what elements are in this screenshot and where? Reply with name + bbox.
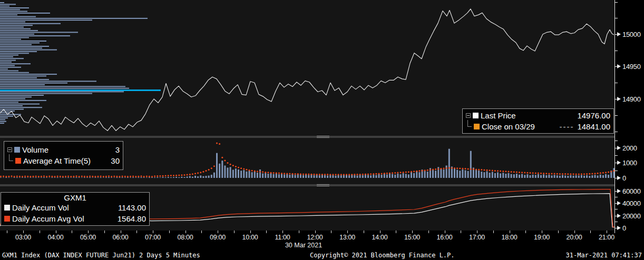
x-axis-date-label: 30 Mar 2021 [285,242,322,249]
x-axis-label: 12:00 [307,234,323,241]
axis-arrow-icon [617,214,621,218]
x-axis-tick [56,231,56,233]
legend-row-close[interactable]: Close on 03/29 ----14841.00 [463,121,613,132]
x-axis-tick [364,231,364,233]
legend-row-volume[interactable]: Volume 3 [4,144,123,155]
axis-arrow-icon [617,226,621,230]
last-price-label: Last Price [481,111,516,120]
x-axis-label: 05:00 [80,234,96,241]
close-label: Close on 03/29 [482,122,535,131]
x-axis-tick [250,231,251,233]
status-security-description: GXM1 Index (DAX INDEX FUTURE Jun21) 2 Da… [2,252,200,259]
x-axis-tick [477,231,477,233]
x-axis-tick [590,231,591,233]
x-axis-tick [347,231,348,233]
daily-accum-avg-vol-swatch-icon [4,216,10,222]
x-axis-label: 10:00 [242,234,258,241]
y-axis-minor-tick [615,115,618,116]
volume-label: Volume [22,145,48,154]
axis-arrow-icon [617,176,621,180]
y-axis-label: 15000 [622,31,641,38]
axis-arrow-icon [617,201,621,205]
x-axis-label: 21:00 [599,234,614,241]
x-axis-tick [201,231,202,233]
x-axis-label: 14:00 [372,234,388,241]
y-axis-label: 20000 [622,213,641,219]
status-datetime: 31-Mar-2021 07:41:37 [566,252,642,259]
daily-accum-vol-value: 1143.00 [118,203,146,212]
x-axis-label: 20:00 [567,234,582,241]
legend-collapse-icon[interactable] [7,147,12,152]
x-axis-tick [607,231,607,233]
x-axis-label: 03:00 [15,234,31,241]
y-axis-minor-tick [615,171,618,171]
avg-at-time-swatch-icon [15,158,21,164]
y-axis-minor-tick [615,222,618,222]
y-axis-minor-tick [615,209,618,209]
volume-legend-box[interactable]: Volume 3 Average At Time(5) 30 [4,141,123,170]
x-axis-tick [104,231,105,233]
x-axis-tick [493,231,494,233]
axis-arrow-icon [617,32,621,36]
legend-tree-connector [9,154,13,161]
x-axis-tick [153,231,153,233]
x-axis-tick [72,231,72,233]
x-axis-tick [331,231,331,233]
legend-row-avg-at-time[interactable]: Average At Time(5) 30 [4,155,123,166]
x-axis-label: 19:00 [534,234,550,241]
x-axis-label: 08:00 [178,234,193,241]
y-axis-minor-tick [615,18,618,18]
x-axis-tick [510,231,510,233]
y-axis-label: 60000 [622,188,641,195]
daily-accum-vol-label: Daily Accum Vol [12,203,69,212]
x-axis-tick [558,231,559,233]
y-axis-minor-tick [615,51,618,51]
bloomberg-chart-window: 1500014950149002000100006000040000200000… [0,0,644,260]
x-axis-tick [136,231,137,233]
x-axis-tick [445,231,445,233]
x-axis-label: 06:00 [113,234,129,241]
volume-swatch-icon [14,147,20,153]
avg-at-time-label: Average At Time(5) [23,156,91,165]
last-price-swatch-icon [473,113,479,118]
legend-row-last-price[interactable]: Last Price 14976.00 [463,110,613,121]
axis-arrow-icon [617,189,621,193]
price-legend-box[interactable]: Last Price 14976.00 Close on 03/29 ----1… [462,108,614,134]
x-axis-label: 09:00 [210,234,226,241]
volume-value: 3 [115,145,120,154]
axis-arrow-icon [617,161,621,165]
y-axis-label: 0 [622,225,626,232]
x-axis-tick [218,231,218,233]
x-axis-tick [7,231,7,233]
y-axis-label: 0 [622,175,626,182]
accum-legend-box[interactable]: GXM1 Daily Accum Vol 1143.00 Daily Accum… [1,192,150,226]
x-axis-tick [525,231,526,233]
x-axis-tick [169,231,170,233]
x-axis-tick [88,231,89,233]
axis-arrow-icon [617,146,621,150]
x-axis-label: 17:00 [469,234,485,241]
y-axis-minor-tick [615,197,618,197]
y-axis-label: 14950 [622,63,641,70]
x-axis-label: 15:00 [404,234,420,241]
axis-arrow-icon [617,97,621,101]
legend-row-daily-accum-vol[interactable]: Daily Accum Vol 1143.00 [1,202,149,213]
daily-accum-avg-vol-label: Daily Accum Avg Vol [12,214,84,223]
x-axis-tick [23,231,24,233]
y-axis-minor-tick [615,2,618,3]
x-axis-tick [315,231,316,233]
x-axis-tick [428,231,429,233]
x-axis-tick [234,231,235,233]
x-axis-tick [412,231,413,233]
legend-collapse-icon[interactable] [466,113,471,118]
close-swatch-icon [474,124,480,129]
legend-row-daily-accum-avg-vol[interactable]: Daily Accum Avg Vol 1564.80 [1,213,149,224]
x-axis-label: 16:00 [437,234,453,241]
daily-accum-avg-vol-value: 1564.80 [118,214,146,223]
dashed-line-style-icon: ---- [559,122,574,131]
x-axis-tick [380,231,380,233]
y-axis-minor-tick [615,155,618,156]
y-axis-minor-tick [615,83,618,83]
daily-accum-vol-swatch-icon [4,205,10,211]
x-axis-tick [396,231,396,233]
